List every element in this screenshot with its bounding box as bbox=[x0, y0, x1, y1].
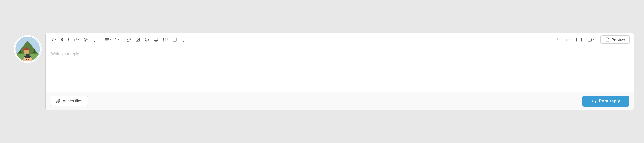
editor-body[interactable]: Write your reply... bbox=[46, 46, 634, 92]
editor-wrapper: B I TT ▾ ⋮ bbox=[45, 33, 634, 110]
link-button[interactable] bbox=[125, 36, 133, 43]
quote-button[interactable] bbox=[161, 36, 170, 43]
preview-label: Preview bbox=[612, 37, 625, 42]
svg-point-17 bbox=[85, 40, 86, 40]
undo-button[interactable] bbox=[554, 36, 562, 43]
svg-point-15 bbox=[85, 39, 86, 39]
toolbar-divider-2 bbox=[123, 37, 123, 42]
editor-placeholder: Write your reply... bbox=[51, 52, 82, 56]
attach-files-label: Attach files bbox=[63, 99, 82, 103]
avatar bbox=[14, 35, 42, 63]
svg-point-11 bbox=[26, 59, 27, 60]
brackets-button[interactable]: [ ] bbox=[574, 36, 584, 43]
bottom-bar: Attach files Post reply bbox=[46, 92, 634, 110]
bold-button[interactable]: B bbox=[59, 36, 65, 43]
more-options-button-1[interactable]: ⋮ bbox=[91, 36, 99, 43]
preview-button[interactable]: Preview bbox=[600, 35, 630, 44]
image-button[interactable] bbox=[134, 36, 142, 43]
text-size-button[interactable]: TT ▾ bbox=[72, 36, 80, 43]
toolbar-left: B I TT ▾ ⋮ bbox=[50, 36, 553, 43]
svg-rect-10 bbox=[26, 54, 29, 57]
align-button[interactable]: ▾ bbox=[103, 36, 112, 43]
svg-rect-4 bbox=[24, 50, 29, 54]
attach-files-button[interactable]: Attach files bbox=[50, 96, 88, 106]
eraser-button[interactable] bbox=[50, 36, 58, 43]
italic-button[interactable]: I bbox=[66, 36, 71, 43]
toolbar-divider-1 bbox=[101, 37, 101, 42]
svg-point-23 bbox=[145, 38, 149, 41]
svg-point-16 bbox=[86, 39, 87, 39]
toolbar: B I TT ▾ ⋮ bbox=[46, 33, 634, 46]
more-options-button-2[interactable]: ⋮ bbox=[180, 36, 188, 43]
svg-point-22 bbox=[137, 39, 138, 39]
svg-point-12 bbox=[28, 59, 29, 60]
toolbar-divider-3 bbox=[598, 37, 598, 42]
save-button[interactable]: ▾ bbox=[586, 36, 595, 43]
svg-rect-26 bbox=[154, 38, 158, 41]
paragraph-button[interactable]: ¶ ▾ bbox=[113, 36, 120, 43]
table-button[interactable] bbox=[171, 36, 179, 43]
reply-container: B I TT ▾ ⋮ bbox=[10, 33, 634, 110]
post-reply-button[interactable]: Post reply bbox=[582, 96, 629, 107]
redo-button[interactable] bbox=[564, 36, 572, 43]
avatar-wrapper bbox=[10, 33, 45, 63]
palette-button[interactable] bbox=[82, 36, 90, 43]
media-button[interactable] bbox=[152, 36, 160, 43]
post-reply-label: Post reply bbox=[599, 99, 620, 104]
svg-rect-29 bbox=[173, 38, 177, 41]
emoji-button[interactable] bbox=[143, 36, 151, 43]
toolbar-right: [ ] ▾ Preview bbox=[554, 35, 630, 44]
